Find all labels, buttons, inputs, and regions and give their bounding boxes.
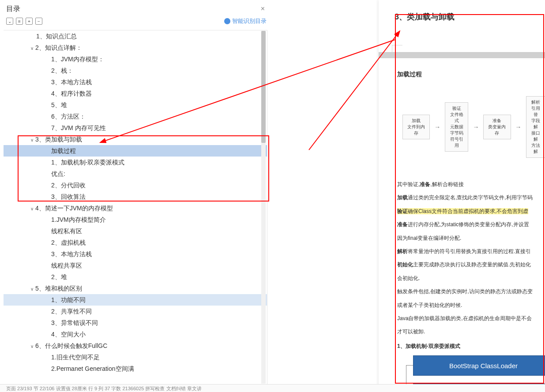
tree-item[interactable]: 3、回收算法	[4, 191, 267, 202]
tree-item-label: 线程私有区	[51, 228, 82, 235]
para: 其中验证,准备,解析合称链接	[397, 180, 545, 189]
tree-item[interactable]: 3、异常错误不同	[4, 317, 267, 329]
para: 触发条件包括,创建类的实例时,访问类的静态方法或静态变	[397, 287, 545, 296]
tree-item[interactable]: 加载过程	[4, 145, 267, 157]
diag-sub: 文件到内存	[406, 124, 426, 136]
diag-title: 加载	[406, 118, 426, 124]
para-highlighted: 验证确保Class文件符合当前虚拟机的要求,不会危害到虚	[397, 207, 545, 216]
tree-item[interactable]: 2、分代回收	[4, 179, 267, 191]
tree-item[interactable]: 4、空间大小	[4, 329, 267, 340]
tree-scroll[interactable]: 1、知识点汇总∨2、知识点详解：1、JVM内存模型：2、栈：3、本地方法栈4、程…	[4, 30, 267, 385]
middle-gap	[273, 0, 379, 392]
panel-title: 目录	[6, 4, 20, 14]
tree-item[interactable]: 4、程序计数器	[4, 88, 267, 99]
tree-item-label: 2、分代回收	[51, 182, 86, 189]
diag-box-verify: 验证 文件格式 元数据 字节码 符号引用	[445, 102, 468, 152]
chevron-down-icon[interactable]: ∨	[29, 203, 34, 215]
tree-item[interactable]: 优点:	[4, 168, 267, 179]
chevron-down-icon[interactable]: ∨	[29, 341, 34, 352]
tree-item-label: 线程共享区	[51, 262, 82, 269]
chevron-down-icon[interactable]: ∨	[29, 43, 34, 54]
tree-item-label: 3、本地方法栈	[51, 250, 92, 258]
arrow-icon: →	[434, 123, 440, 131]
diag-sub: 引用替	[530, 105, 541, 118]
tree-item-label: 1.JVM内存模型简介	[51, 216, 106, 223]
tree-item-label: 3、类加载与卸载	[35, 136, 82, 143]
tree-item[interactable]: 3、本地方法栈	[4, 76, 267, 88]
doc-heading: 3、类加载与卸载	[395, 11, 545, 22]
tree-item[interactable]: 2、栈：	[4, 65, 267, 76]
chevron-down-icon[interactable]: ∨	[29, 284, 34, 295]
tree-item-label: 优点:	[51, 170, 65, 177]
remove-button[interactable]: −	[35, 18, 42, 25]
tree-item-label: 5、堆和栈的区别	[35, 285, 82, 292]
tree-item[interactable]: 6、方法区：	[4, 111, 267, 122]
tree-item-label: 1、功能不同	[51, 296, 86, 303]
tree-item[interactable]: 5、堆	[4, 99, 267, 111]
outline-tree: 1、知识点汇总∨2、知识点详解：1、JVM内存模型：2、栈：3、本地方法栈4、程…	[0, 28, 273, 385]
toolbar-left: ⌄ ≡ + −	[6, 18, 42, 25]
tree-item[interactable]: 线程私有区	[4, 225, 267, 237]
tree-item-label: 1、JVM内存模型：	[51, 56, 104, 63]
tree-item[interactable]: 线程共享区	[4, 260, 267, 271]
para: 因为final变量在编译时分配.	[397, 234, 545, 243]
tree-item[interactable]: ∨3、类加载与卸载	[4, 134, 267, 145]
diag-sub: 方法解	[530, 142, 541, 155]
tree-item-label: 3、本地方法栈	[51, 78, 92, 86]
tree-item[interactable]: 1、知识点汇总	[4, 30, 267, 42]
tree-item[interactable]: 1、功能不同	[4, 294, 267, 306]
outline-toolbar: ⌄ ≡ + − 智能识别目录	[0, 16, 273, 27]
para: 准备进行内存分配,为static修饰的类变量分配内存,并设置	[397, 220, 545, 229]
tree-item[interactable]: 2、共享性不同	[4, 306, 267, 317]
add-button[interactable]: +	[26, 18, 33, 25]
chevron-down-icon[interactable]: ∨	[29, 134, 34, 146]
para: 或者某个子类初始化的时候.	[397, 301, 545, 310]
tree-item-label: 3、异常错误不同	[51, 319, 98, 326]
smart-recognize-button[interactable]: 智能识别目录	[224, 17, 267, 25]
diag-title: 验证	[449, 105, 464, 112]
bootstrap-loader-box: BootStrap ClassLoader	[413, 355, 545, 376]
diag-sub: 元数据	[449, 124, 464, 130]
tree-item-label: 2.Permanet Generation空间满	[51, 365, 134, 372]
tree-item-label: 2、共享性不同	[51, 308, 92, 315]
tree-item-label: 5、堆	[51, 101, 67, 108]
tree-item[interactable]: 7、JVM 内存可见性	[4, 122, 267, 134]
tree-item[interactable]: 3、本地方法栈	[4, 248, 267, 260]
tree-item-label: 1.旧生代空间不足	[51, 354, 100, 361]
smart-recognize-label: 智能识别目录	[232, 17, 267, 25]
tree-item[interactable]: 1、加载机制-双亲委派模式	[4, 157, 267, 168]
tree-item[interactable]: 1.旧生代空间不足	[4, 351, 267, 363]
status-bar: 页面 23/193 节 22/106 设置值 28厘米 行 9 列 37 字数 …	[0, 384, 545, 392]
tree-item-label: 1、加载机制-双亲委派模式	[51, 159, 124, 166]
scrollbar-thumb[interactable]	[261, 31, 266, 143]
tree-item-label: 6、方法区：	[51, 113, 86, 120]
tree-item[interactable]: ∨4、简述一下JVM的内存模型	[4, 202, 267, 214]
tree-item[interactable]: 1、JVM内存模型：	[4, 53, 267, 65]
tree-item-label: 4、空间大小	[51, 331, 86, 338]
close-icon[interactable]: ×	[259, 5, 267, 13]
diag-title: 解析	[530, 99, 541, 105]
tree-item[interactable]: ∨6、什么时候会触发FullGC	[4, 340, 267, 351]
doc-subheading: 加载过程	[397, 71, 545, 78]
tree-item-label: 1、知识点汇总	[36, 33, 77, 40]
expand-one-button[interactable]: ≡	[16, 18, 23, 25]
tree-item[interactable]: ∨2、知识点详解：	[4, 42, 267, 53]
tree-item-label: 3、回收算法	[51, 193, 86, 200]
tree-item[interactable]: 2.Permanet Generation空间满	[4, 363, 267, 374]
tree-item[interactable]: 2、堆	[4, 271, 267, 283]
outline-panel: 目录 × ⌄ ≡ + − 智能识别目录 1、知识点汇总∨2、知识点详解：1、JV…	[0, 0, 273, 392]
tree-item-label: 7、JVM 内存可见性	[51, 124, 106, 131]
tree-item[interactable]: ∨5、堆和栈的区别	[4, 283, 267, 294]
para: 加载通过类的完全限定名,查找此类字节码文件,利用字节码	[397, 193, 545, 202]
diag-box-prepare: 准备 类变量内存	[483, 115, 511, 139]
panel-header: 目录 ×	[0, 0, 273, 16]
diag-title: 准备	[487, 118, 507, 124]
document-preview: 3、类加载与卸载 加载过程 加载 文件到内存 → 验证 文件格式 元数据 字节码…	[379, 0, 545, 392]
para: Java自带的加载器加载的类,在虚拟机的生命周期中是不会	[397, 314, 545, 323]
tree-item[interactable]: 2、虚拟机栈	[4, 237, 267, 248]
collapse-all-button[interactable]: ⌄	[6, 18, 13, 25]
diag-sub: 字节码	[449, 130, 464, 136]
diag-box-load: 加载 文件到内存	[402, 115, 430, 139]
tree-item[interactable]: 1.JVM内存模型简介	[4, 214, 267, 225]
arrow-icon: →	[473, 123, 479, 131]
